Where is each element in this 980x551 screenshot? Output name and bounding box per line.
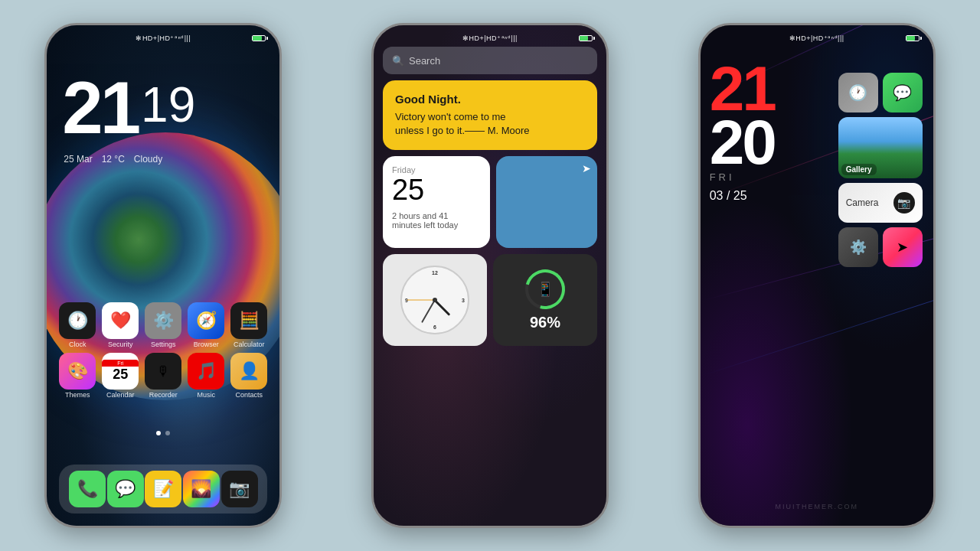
phone-2: ✻HD+|HD⁺ᵃⁿᵈ||| 🔍 Search Good Night. Vict…	[371, 23, 609, 528]
status-bar-1: ✻HD+|HD⁺ᵃⁿᵈ|||	[47, 30, 279, 47]
gallery-section: Gallery	[838, 117, 924, 178]
clock-icon: 🕐	[59, 302, 96, 339]
time-section: 21 20 FRI 03 / 25	[710, 62, 832, 203]
battery-fill-3	[906, 36, 915, 41]
dot-2	[165, 431, 170, 435]
clock-center	[433, 298, 437, 302]
app-music[interactable]: 🎵 Music	[188, 353, 224, 399]
settings-label: Settings	[151, 341, 176, 348]
phone3-right: 🕐 💬 Gallery Camera 📷 ⚙️ ➤	[838, 47, 924, 517]
calendar-label: Calendar	[106, 391, 135, 399]
clock-label: Clock	[69, 341, 87, 348]
minute-display: 19	[141, 80, 195, 129]
search-placeholder: Search	[409, 55, 440, 67]
app-row-1: 🕐 Clock ❤️ Security ⚙️ Settings 🧭 Browse…	[56, 302, 270, 348]
camera-label: Camera	[846, 197, 879, 208]
battery-ring-fill	[518, 262, 572, 316]
camera-icon: 📷	[221, 471, 258, 507]
app-settings[interactable]: ⚙️ Settings	[145, 302, 181, 348]
recorder-icon: 🎙	[145, 353, 181, 390]
security-icon: ❤️	[102, 302, 139, 339]
phone2-content: 🔍 Search Good Night. Victory won't come …	[374, 25, 606, 526]
phone3-left: 21 20 FRI 03 / 25	[710, 47, 832, 517]
app-browser[interactable]: 🧭 Browser	[188, 302, 224, 348]
dock: 📞 💬 📝 🌄 📷	[59, 465, 267, 514]
status-bar-text-2: ✻HD+|HD⁺ᵃⁿᵈ|||	[462, 34, 518, 42]
phone3-row1: 🕐 💬	[838, 73, 924, 112]
phone-1: ✻HD+|HD⁺ᵃⁿᵈ||| 21 19 25 Mar 12 °C Cloudy…	[44, 23, 282, 528]
contacts-label: Contacts	[236, 391, 263, 399]
status-bar-text: ✻HD+|HD⁺ᵃⁿᵈ|||	[136, 34, 191, 42]
notes-icon: 📝	[145, 471, 181, 507]
quote-widget: Good Night. Victory won't come to meunle…	[383, 80, 597, 150]
battery-fill	[253, 36, 261, 41]
dock-photos[interactable]: 🌄	[183, 471, 220, 507]
battery-fill-2	[580, 36, 588, 41]
cal-time-left: 2 hours and 41minutes left today	[392, 211, 481, 230]
phone3-content: 21 20 FRI 03 / 25 🕐 💬 Gallery Camera	[701, 25, 933, 526]
app-security[interactable]: ❤️ Security	[102, 302, 139, 348]
status-bar-2: ✻HD+|HD⁺ᵃⁿᵈ|||	[374, 30, 606, 47]
clock-num-6: 6	[433, 324, 436, 330]
widget-row-1: Friday 25 2 hours and 41minutes left tod…	[383, 156, 597, 248]
dock-notes[interactable]: 📝	[145, 471, 181, 507]
clock-widget: 12 3 6 9	[383, 254, 487, 346]
camera-widget[interactable]: Camera 📷	[838, 183, 923, 223]
phone3-chat[interactable]: 💬	[883, 73, 923, 112]
location-arrow-icon: ➤	[582, 162, 591, 174]
phone3-minute: 20	[710, 116, 832, 169]
app-clock[interactable]: 🕐 Clock	[59, 302, 96, 348]
dock-phone[interactable]: 📞	[69, 471, 106, 507]
clock-num-12: 12	[432, 270, 438, 276]
music-icon: 🎵	[188, 353, 224, 390]
photos-icon: 🌄	[183, 471, 220, 507]
recorder-label: Recorder	[149, 391, 178, 399]
battery-percent: 96%	[530, 314, 560, 331]
browser-icon: 🧭	[188, 302, 224, 339]
app-calculator[interactable]: 🧮 Calculator	[230, 302, 267, 348]
quote-text: Victory won't come to meunless I go to i…	[395, 110, 585, 138]
app-themes[interactable]: 🎨 Themes	[59, 353, 96, 399]
search-bar[interactable]: 🔍 Search	[383, 47, 597, 74]
date-text: 25 Mar	[64, 154, 92, 165]
app-calendar[interactable]: Fri 25 Calendar	[102, 353, 139, 399]
calculator-icon: 🧮	[230, 302, 267, 339]
dock-messages[interactable]: 💬	[107, 471, 144, 507]
phone3-monthdate: 03 / 25	[710, 189, 832, 203]
phone1-time-display: 21 19	[62, 71, 195, 145]
contacts-icon: 👤	[230, 353, 267, 390]
search-icon: 🔍	[392, 55, 404, 67]
calendar-icon: Fri 25	[102, 353, 139, 390]
messages-icon: 💬	[107, 471, 144, 507]
app-contacts[interactable]: 👤 Contacts	[230, 353, 267, 399]
hour-hand	[434, 299, 451, 316]
hour-display: 21	[62, 71, 138, 145]
phone3-row2: ⚙️ ➤	[838, 227, 924, 267]
camera-lens-icon: 📷	[893, 192, 915, 214]
battery-indicator	[252, 35, 266, 41]
analog-clock: 12 3 6 9	[400, 266, 469, 334]
battery-indicator-3	[906, 35, 920, 41]
phone1-date-display: 25 Mar 12 °C Cloudy	[64, 154, 162, 165]
app-grid: 🕐 Clock ❤️ Security ⚙️ Settings 🧭 Browse…	[47, 302, 279, 403]
blue-widget: ➤	[496, 156, 597, 248]
battery-indicator-2	[579, 35, 593, 41]
phone3-clock[interactable]: 🕐	[838, 73, 878, 112]
phone3-settings[interactable]: ⚙️	[838, 227, 878, 267]
browser-label: Browser	[194, 341, 219, 348]
weather-text: Cloudy	[134, 154, 162, 165]
right-spacer	[838, 47, 924, 68]
page-dots	[47, 431, 279, 435]
cal-date: 25	[392, 174, 481, 207]
clock-num-3: 3	[462, 298, 465, 303]
themes-icon: 🎨	[59, 353, 96, 390]
phone3-themes[interactable]: ➤	[883, 227, 923, 267]
dock-camera[interactable]: 📷	[221, 471, 258, 507]
battery-widget: 📱 96%	[493, 254, 597, 346]
gallery-widget[interactable]: Gallery	[838, 117, 923, 178]
calculator-label: Calculator	[234, 341, 265, 348]
app-recorder[interactable]: 🎙 Recorder	[145, 353, 181, 399]
phone-icon: 📞	[69, 471, 106, 507]
dot-1	[156, 431, 161, 435]
status-bar-text-3: ✻HD+|HD⁺ᵃⁿᵈ|||	[789, 34, 844, 42]
